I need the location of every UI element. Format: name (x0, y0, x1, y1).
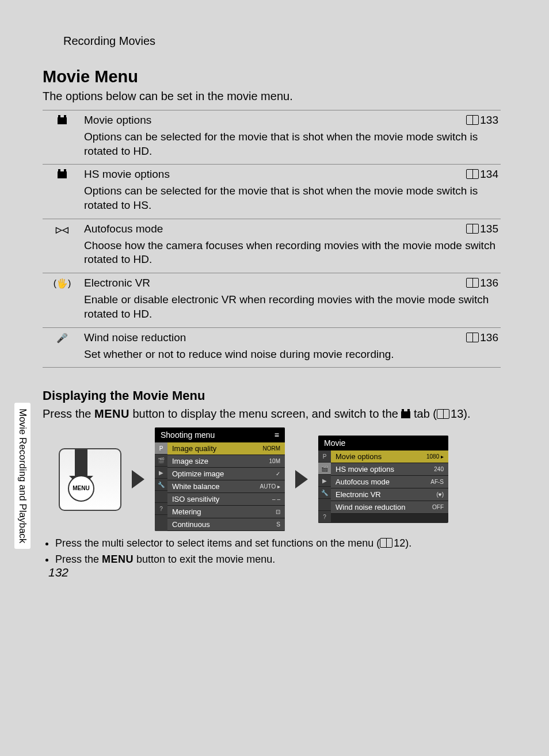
tab-setup: 🔧 (155, 479, 167, 491)
book-icon (466, 333, 479, 342)
screen-item-label: Movie options (336, 452, 382, 461)
page-ref: 135 (480, 223, 498, 235)
book-icon (466, 224, 479, 234)
display-instructions: Press the MENU button to display the men… (43, 406, 501, 422)
screen-menu-item: White balanceAUTO ▸ (167, 480, 285, 493)
screen-menu-item: Image qualityNORM (167, 442, 285, 455)
menu-button-label: MENU (102, 553, 134, 565)
vr-icon: (🖐) (54, 278, 71, 289)
item-desc: Options can be selected for the movie th… (82, 130, 501, 165)
screen-menu-item: Wind noise reductionOFF (331, 501, 448, 514)
screen-item-value: ✓ (276, 471, 280, 477)
screen-item-label: HS movie options (336, 465, 394, 474)
screen-item-label: Image quality (172, 444, 216, 453)
tab-play: ▶ (155, 467, 167, 479)
instruction-bullets: Press the multi selector to select items… (43, 536, 501, 567)
bullet-item: Press the multi selector to select items… (55, 536, 501, 551)
screen-item-value: 1080 ▸ (426, 453, 444, 460)
movie-tab-icon (401, 411, 410, 418)
screen-item-value: (♥) (436, 491, 444, 498)
screen-item-value: ⊡ (276, 509, 280, 515)
tab-help: ? (318, 511, 331, 523)
intro-text: The options below can be set in the movi… (43, 90, 501, 103)
tab-p: P (318, 450, 331, 463)
tab-setup: 🔧 (318, 487, 331, 499)
screen-item-value: 240 (434, 466, 444, 472)
item-desc: Set whether or not to reduce wind noise … (82, 348, 501, 368)
movie-icon (58, 171, 67, 178)
screens-illustration: MENU Shooting menu≡ P 🎬 ▶ 🔧 ? Image qual… (59, 427, 501, 531)
tab-blank (155, 491, 167, 503)
screen-menu-item: Metering⊡ (167, 506, 285, 518)
screen-item-label: Wind noise reduction (336, 503, 405, 511)
book-icon (380, 538, 392, 548)
screen-menu-item: Optimize image✓ (167, 468, 285, 480)
screen-title: Shooting menu (161, 430, 215, 440)
sidebar-tab: Movie Recording and Playback (14, 403, 30, 549)
item-desc: Options can be selected for the movie th… (82, 184, 501, 219)
page-ref: 136 (480, 331, 498, 343)
screen-item-value: AF-S (430, 479, 444, 485)
tab-movie: 🎬 (318, 463, 331, 475)
screen-item-label: Continuous (172, 520, 210, 529)
screen-item-label: White balance (172, 482, 219, 491)
subheading: Displaying the Movie Menu (43, 388, 501, 403)
breadcrumb: Recording Movies (63, 35, 501, 48)
screen-item-label: ISO sensitivity (172, 495, 219, 503)
screen-item-label: Optimize image (172, 469, 224, 478)
bullet-item: Press the MENU button to exit the movie … (55, 552, 501, 567)
item-title: Movie options (82, 110, 447, 131)
tab-help: ? (155, 503, 167, 515)
movie-icon (58, 117, 67, 124)
book-icon (437, 409, 449, 419)
screen-menu-item: HS movie options240 (331, 463, 448, 476)
book-icon (466, 115, 479, 125)
item-desc: Choose how the camera focuses when recor… (82, 239, 501, 273)
screen-item-label: Metering (172, 507, 201, 516)
camera-diagram: MENU (59, 448, 121, 511)
screen-menu-item: Image size10M (167, 455, 285, 468)
arrow-down-icon (75, 449, 87, 478)
screen-item-value: – – (272, 496, 280, 502)
screen-menu-item: Electronic VR(♥) (331, 488, 448, 501)
item-desc: Enable or disable electronic VR when rec… (82, 293, 501, 327)
wind-icon: 🎤 (56, 333, 68, 343)
screen-item-label: Electronic VR (336, 490, 381, 499)
menu-button-graphic: MENU (68, 475, 94, 502)
item-title: HS movie options (82, 165, 447, 185)
page-ref: 136 (480, 277, 498, 289)
item-title: Autofocus mode (82, 219, 447, 239)
screen-item-value: S (276, 521, 280, 528)
screen-menu-item: Autofocus modeAF-S (331, 476, 448, 488)
settings-icon: ≡ (274, 430, 279, 440)
menu-button-label: MENU (94, 407, 129, 420)
screen-menu-item: ContinuousS (167, 518, 285, 531)
screen-title: Movie (324, 438, 345, 448)
page-title: Movie Menu (43, 67, 501, 86)
screen-item-value: OFF (432, 504, 444, 510)
arrow-right-icon (132, 470, 144, 488)
page-ref: 133 (480, 114, 498, 126)
item-title: Electronic VR (82, 273, 447, 293)
tab-blank (318, 499, 331, 511)
shooting-menu-screen: Shooting menu≡ P 🎬 ▶ 🔧 ? Image qualityNO… (155, 427, 285, 531)
tab-p: P (155, 442, 167, 455)
page-number: 132 (48, 566, 68, 579)
page-ref: 134 (480, 168, 498, 180)
movie-menu-screen: Movie P 🎬 ▶ 🔧 ? Movie options1080 ▸HS mo… (318, 436, 448, 523)
book-icon (466, 278, 479, 288)
screen-item-label: Autofocus mode (336, 478, 390, 486)
book-icon (466, 169, 479, 179)
screen-menu-item: Movie options1080 ▸ (331, 450, 448, 463)
item-title: Wind noise reduction (82, 327, 447, 348)
screen-item-value: NORM (262, 445, 280, 452)
screen-menu-item: ISO sensitivity– – (167, 493, 285, 506)
screen-item-value: 10M (269, 458, 280, 464)
tab-movie: 🎬 (155, 455, 167, 467)
movie-menu-table: Movie options 133 Options can be selecte… (43, 110, 501, 368)
autofocus-icon: ▷◁ (56, 225, 68, 234)
screen-item-label: Image size (172, 457, 208, 465)
screen-item-value: AUTO ▸ (260, 483, 280, 490)
arrow-right-icon (295, 470, 308, 488)
tab-play: ▶ (318, 475, 331, 487)
